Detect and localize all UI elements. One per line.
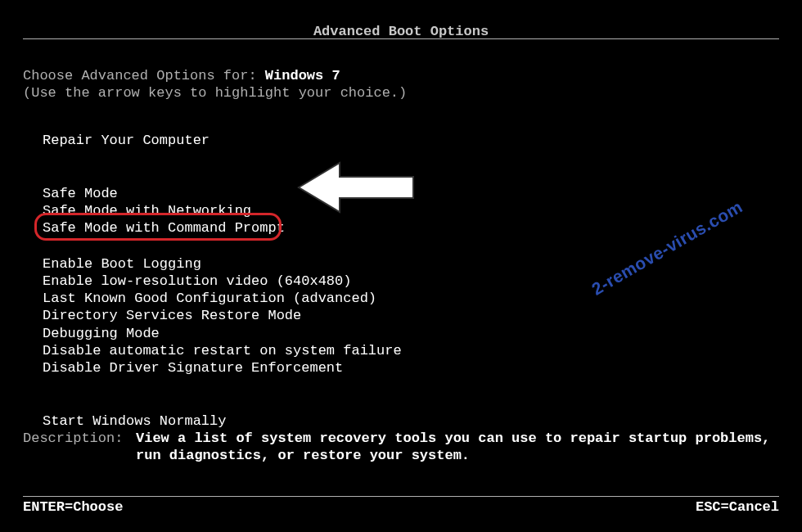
footer-enter: ENTER=Choose [23, 498, 123, 516]
menu-item-repair[interactable]: Repair Your Computer [43, 132, 779, 149]
highlight-annotation [34, 213, 282, 241]
description-text: View a list of system recovery tools you… [136, 430, 779, 465]
menu-item-start-normally[interactable]: Start Windows Normally [43, 413, 779, 430]
menu-item-low-res[interactable]: Enable low-resolution video (640x480) [43, 273, 779, 290]
footer-bar: ENTER=Choose ESC=Cancel [23, 498, 779, 516]
footer-esc: ESC=Cancel [696, 498, 779, 516]
description-block: Description: View a list of system recov… [23, 430, 779, 465]
menu-item-disable-driver-sig[interactable]: Disable Driver Signature Enforcement [43, 359, 779, 376]
divider-bottom [23, 496, 779, 497]
os-name: Windows 7 [265, 68, 340, 83]
prompt-line-2: (Use the arrow keys to highlight your ch… [23, 84, 779, 101]
menu-item-debugging[interactable]: Debugging Mode [43, 325, 779, 342]
divider-top [23, 38, 779, 39]
prompt-line-1: Choose Advanced Options for: Windows 7 [23, 67, 779, 84]
menu-item-last-known-good[interactable]: Last Known Good Configuration (advanced) [43, 290, 779, 307]
prompt-prefix: Choose Advanced Options for: [23, 68, 265, 83]
arrow-annotation-icon [295, 159, 417, 216]
menu-item-ds-restore[interactable]: Directory Services Restore Mode [43, 307, 779, 324]
description-label: Description: [23, 430, 136, 465]
menu-item-disable-auto-restart[interactable]: Disable automatic restart on system fail… [43, 342, 779, 359]
